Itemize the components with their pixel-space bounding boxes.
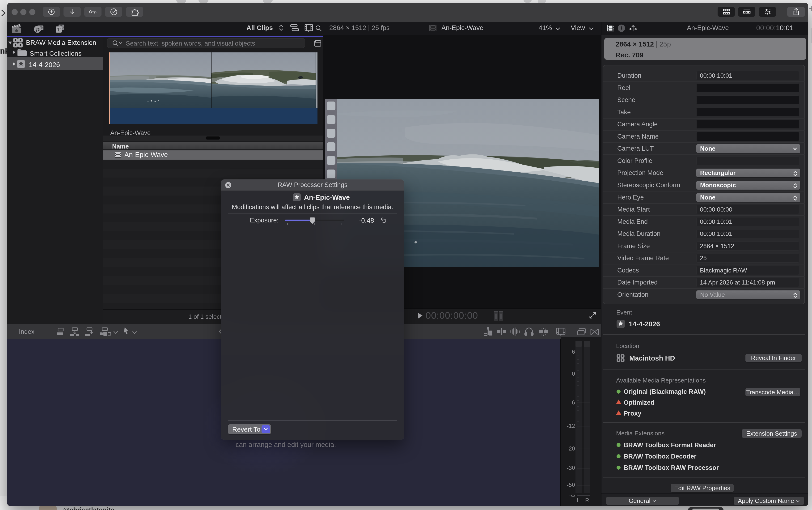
svg-text:T: T (57, 27, 61, 33)
